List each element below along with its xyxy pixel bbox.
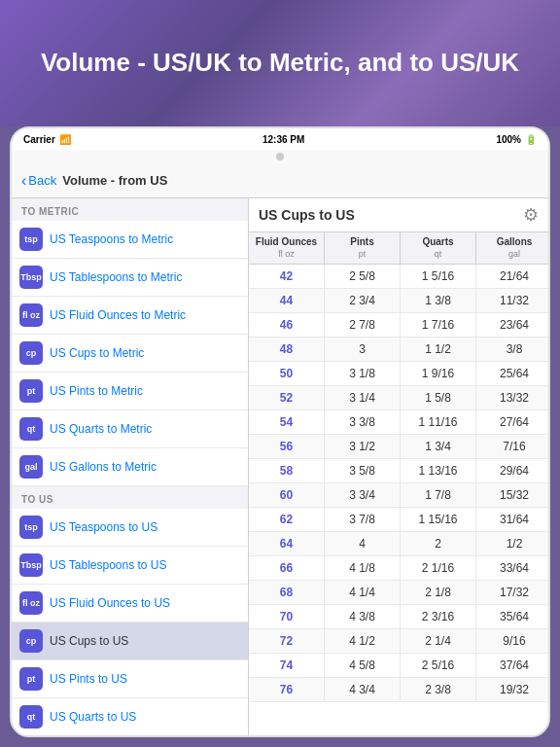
table-row: 462 7/81 7/1623/64 [249, 313, 548, 338]
home-dot [276, 153, 284, 160]
sidebar-item[interactable]: cpUS Cups to Metric [12, 335, 248, 373]
table-row: 623 7/81 15/1631/64 [249, 508, 548, 532]
table-cell: 3 5/8 [325, 459, 401, 482]
table-cell: 35/64 [476, 605, 548, 628]
table-cell: 31/64 [476, 508, 548, 531]
table-cell: 76 [249, 678, 325, 701]
data-table: 422 5/81 5/1621/64442 3/41 3/811/32462 7… [249, 265, 548, 735]
table-row: 503 1/81 9/1625/64 [249, 362, 548, 386]
sidebar-item-label: US Pints to Metric [50, 384, 143, 398]
sidebar-item[interactable]: tspUS Teaspoons to US [12, 509, 248, 547]
table-cell: 50 [249, 362, 325, 385]
sidebar-item-label: US Teaspoons to Metric [50, 232, 173, 246]
column-headers: Fluid Ouncesfl ozPintsptQuartsqtGallonsg… [249, 232, 548, 265]
table-cell: 58 [249, 459, 325, 482]
content-area: TO METRICtspUS Teaspoons to MetricTbspUS… [12, 198, 548, 735]
sidebar-section-header: TO US [12, 486, 248, 509]
table-row: 583 5/81 13/1629/64 [249, 459, 548, 483]
floz-icon: fl oz [19, 591, 43, 615]
sidebar-item-label: US Cups to US [50, 634, 128, 648]
sidebar-item[interactable]: fl ozUS Fluid Ounces to Metric [12, 297, 248, 335]
table-cell: 1 13/16 [401, 459, 476, 482]
table-cell: 4 1/2 [325, 629, 401, 653]
table-cell: 3 3/4 [325, 483, 401, 507]
tbsp-icon: Tbsp [19, 553, 43, 577]
table-cell: 1 7/8 [401, 483, 476, 507]
sidebar-item[interactable]: cpUS Cups to US [12, 622, 248, 660]
table-title: US Cups to US [259, 207, 355, 223]
status-time: 12:36 PM [262, 134, 304, 145]
sidebar-item-label: US Teaspoons to US [50, 520, 158, 534]
right-panel: US Cups to US ⚙ Fluid Ouncesfl ozPintspt… [249, 198, 548, 735]
table-row: 442 3/41 3/811/32 [249, 289, 548, 313]
table-cell: 9/16 [476, 629, 548, 653]
qt-icon: qt [19, 417, 43, 441]
table-cell: 1/2 [476, 532, 548, 555]
sidebar-item[interactable]: fl ozUS Fluid Ounces to US [12, 585, 248, 622]
sidebar-item[interactable]: TbspUS Tablespoons to US [12, 547, 248, 585]
table-cell: 3 7/8 [325, 508, 401, 531]
sidebar-item[interactable]: TbspUS Tablespoons to Metric [12, 259, 248, 297]
table-cell: 3 3/8 [325, 410, 401, 434]
table-cell: 70 [249, 605, 325, 628]
banner: Volume - US/UK to Metric, and to US/UK [0, 0, 560, 126]
table-row: 422 5/81 5/1621/64 [249, 265, 548, 289]
table-cell: 2 3/4 [325, 289, 401, 312]
table-cell: 3 [325, 338, 401, 361]
table-cell: 2 1/16 [401, 556, 476, 580]
settings-icon[interactable]: ⚙ [523, 204, 539, 226]
table-cell: 2 7/8 [325, 313, 401, 337]
table-cell: 48 [249, 338, 325, 361]
table-cell: 23/64 [476, 313, 548, 337]
table-row: 664 1/82 1/1633/64 [249, 556, 548, 581]
table-cell: 15/32 [476, 483, 548, 507]
table-cell: 74 [249, 654, 325, 677]
sidebar-item[interactable]: qtUS Quarts to US [12, 698, 248, 735]
table-row: 64421/2 [249, 532, 548, 556]
table-header-row: US Cups to US ⚙ [249, 198, 548, 232]
sidebar-item[interactable]: galUS Gallons to Metric [12, 448, 248, 486]
battery-icon: 🔋 [525, 134, 537, 145]
table-cell: 3 1/2 [325, 435, 401, 458]
sidebar-item[interactable]: tspUS Teaspoons to Metric [12, 221, 248, 259]
back-chevron-icon: ‹ [21, 172, 26, 190]
sidebar-item-label: US Tablespoons to US [50, 558, 167, 572]
table-cell: 4 3/8 [325, 605, 401, 628]
table-row: 684 1/42 1/817/32 [249, 581, 548, 605]
table-row: 744 5/82 5/1637/64 [249, 654, 548, 678]
sidebar-item[interactable]: ptUS Pints to US [12, 660, 248, 698]
table-row: 523 1/41 5/813/32 [249, 386, 548, 410]
column-header: Quartsqt [401, 232, 476, 264]
table-cell: 2 5/16 [401, 654, 476, 677]
back-button[interactable]: ‹ Back [21, 172, 56, 190]
wifi-icon: 📶 [59, 134, 71, 145]
floz-icon: fl oz [19, 303, 43, 327]
gal-icon: gal [19, 455, 43, 479]
sidebar-item[interactable]: qtUS Quarts to Metric [12, 410, 248, 448]
table-cell: 62 [249, 508, 325, 531]
sidebar-item-label: US Gallons to Metric [50, 460, 157, 474]
home-indicator [12, 150, 548, 163]
table-cell: 3 1/4 [325, 386, 401, 409]
table-cell: 1 7/16 [401, 313, 476, 337]
table-cell: 44 [249, 289, 325, 312]
table-cell: 64 [249, 532, 325, 555]
sidebar-item-label: US Pints to US [50, 672, 127, 686]
sidebar-item-label: US Fluid Ounces to Metric [50, 308, 186, 322]
table-cell: 2 3/16 [401, 605, 476, 628]
table-row: 563 1/21 3/47/16 [249, 435, 548, 459]
table-cell: 19/32 [476, 678, 548, 701]
table-cell: 42 [249, 265, 325, 288]
table-cell: 17/32 [476, 581, 548, 604]
sidebar-item[interactable]: ptUS Pints to Metric [12, 373, 248, 410]
table-cell: 2 3/8 [401, 678, 476, 701]
banner-title: Volume - US/UK to Metric, and to US/UK [41, 47, 519, 80]
tsp-icon: tsp [19, 516, 43, 539]
table-cell: 1 1/2 [401, 338, 476, 361]
table-cell: 4 5/8 [325, 654, 401, 677]
table-cell: 46 [249, 313, 325, 337]
cup-icon: cp [19, 629, 43, 653]
table-cell: 2 1/8 [401, 581, 476, 604]
table-cell: 1 11/16 [401, 410, 476, 434]
table-cell: 27/64 [476, 410, 548, 434]
